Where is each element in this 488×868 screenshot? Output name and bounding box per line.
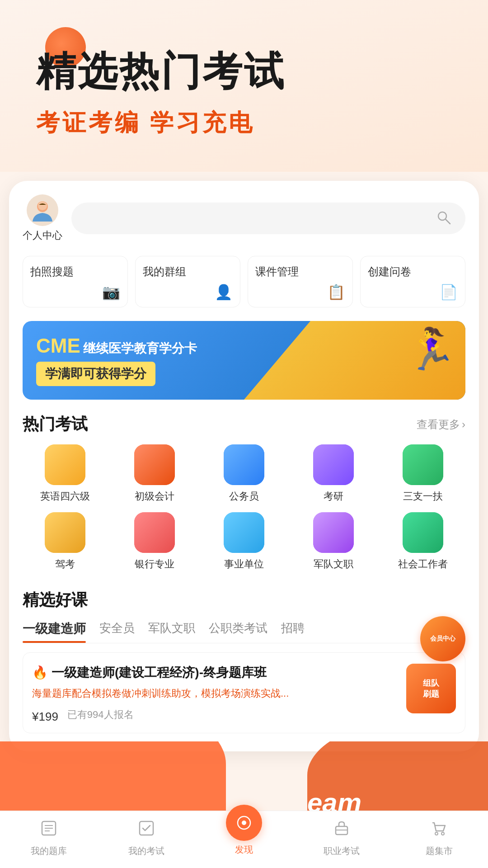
discover-center-button[interactable]	[226, 805, 262, 841]
myexam-icon	[136, 818, 156, 842]
nav-label-career: 职业考试	[324, 845, 360, 857]
exam-icon-institution: 事	[224, 512, 264, 553]
exam-icon-accounting: 会	[134, 444, 175, 485]
quick-action-label-survey: 创建问卷	[368, 264, 411, 279]
hot-exams-more[interactable]: 查看更多 ›	[417, 417, 465, 432]
exam-item-civil[interactable]: 公 公务员	[202, 444, 286, 503]
exam-icon-civil: 公	[224, 444, 264, 485]
exam-label-institution: 事业单位	[224, 557, 264, 571]
quick-action-courseware[interactable]: 课件管理 📋	[248, 256, 353, 307]
exam-item-postgrad[interactable]: 研 考研	[291, 444, 376, 503]
banner-title: 继续医学教育学分卡	[83, 340, 197, 357]
quick-action-label-group: 我的群组	[143, 264, 186, 279]
svg-rect-8	[140, 821, 153, 835]
course-badge: 组队 刷题	[406, 664, 456, 713]
fire-icon: 🔥	[32, 665, 48, 680]
nav-item-career[interactable]: 职业考试	[293, 818, 390, 857]
exam-label-postgrad: 考研	[324, 490, 343, 503]
nav-label-mytiku: 我的题库	[31, 845, 67, 857]
survey-icon: 📄	[440, 283, 458, 301]
svg-line-3	[446, 219, 450, 224]
exam-item-banking[interactable]: 银 银行专业	[112, 512, 197, 571]
promo-banner[interactable]: CME 继续医学教育学分卡 学满即可获得学分 🏃‍♀️	[23, 321, 465, 400]
nav-item-myexam[interactable]: 我的考试	[98, 818, 195, 857]
exam-label-driving: 驾考	[55, 557, 75, 571]
courseware-icon: 📋	[327, 283, 345, 301]
exam-label-social: 社会工作者	[398, 557, 448, 571]
quick-action-photo[interactable]: 拍照搜题 📷	[23, 256, 128, 307]
search-icon[interactable]	[436, 209, 452, 227]
tab-gongzhi[interactable]: 公职类考试	[209, 620, 267, 643]
search-bar[interactable]	[71, 203, 465, 234]
nav-item-market[interactable]: 题集市	[390, 818, 488, 857]
banner-cme-label: CME	[36, 335, 80, 357]
exam-grid: 英 英语四六级 会 初级会计 公 公务员 研 考研 扶 三支一扶 驾	[23, 444, 465, 571]
exam-label-banking: 银行专业	[135, 557, 174, 571]
chevron-right-icon: ›	[462, 418, 465, 431]
exam-label-military: 军队文职	[314, 557, 353, 571]
exam-item-institution[interactable]: 事 事业单位	[202, 512, 286, 571]
nav-item-discover[interactable]: 发现	[195, 818, 293, 857]
course-name: 一级建造师(建设工程经济)-终身题库班	[52, 664, 267, 681]
exam-label-civil: 公务员	[229, 490, 259, 503]
exam-icon-driving: 驾	[45, 512, 85, 553]
tab-jianzaoshi[interactable]: 一级建造师	[23, 620, 86, 643]
courses-title: 精选好课	[23, 589, 465, 611]
group-icon: 👤	[215, 283, 233, 301]
course-tabs: 一级建造师 安全员 军队文职 公职类考试 招聘	[23, 620, 465, 643]
tab-anquanyuan[interactable]: 安全员	[99, 620, 135, 643]
exam-item-english[interactable]: 英 英语四六级	[23, 444, 108, 503]
exam-icon-social: 社	[403, 512, 443, 553]
avatar	[27, 194, 58, 226]
exam-item-military[interactable]: 军 军队文职	[291, 512, 376, 571]
svg-point-14	[441, 832, 444, 835]
hot-exams-title: 热门考试	[23, 413, 88, 435]
app-header: 个人中心	[9, 181, 479, 247]
hero-title: 精选热门考试	[36, 50, 461, 94]
hot-exams-section: 热门考试 查看更多 › 英 英语四六级 会 初级会计 公 公务员 研 考研	[9, 409, 479, 571]
svg-point-10	[242, 821, 246, 825]
exam-item-sanzhiyifu[interactable]: 扶 三支一扶	[380, 444, 465, 503]
quick-actions: 拍照搜题 📷 我的群组 👤 课件管理 📋 创建问卷 📄	[9, 247, 479, 316]
course-price: ¥199	[32, 710, 58, 724]
market-icon	[429, 818, 449, 842]
banner-figure: 🏃‍♀️	[406, 326, 456, 373]
nav-label-discover: 发现	[235, 844, 253, 856]
exam-icon-military: 军	[313, 512, 354, 553]
nav-label-myexam: 我的考试	[128, 845, 164, 857]
exam-label-accounting: 初级会计	[135, 490, 174, 503]
exam-icon-postgrad: 研	[313, 444, 354, 485]
tiku-icon	[39, 818, 59, 842]
course-card-content: 🔥 一级建造师(建设工程经济)-终身题库班 海量题库配合模拟卷做冲刺训练助攻，模…	[32, 664, 397, 724]
course-desc: 海量题库配合模拟卷做冲刺训练助攻，模拟考场演练实战...	[32, 686, 397, 701]
quick-action-label-photo: 拍照搜题	[30, 264, 74, 279]
banner-content: CME 继续医学教育学分卡 学满即可获得学分	[36, 335, 197, 386]
course-card[interactable]: 🔥 一级建造师(建设工程经济)-终身题库班 海量题库配合模拟卷做冲刺训练助攻，模…	[23, 652, 465, 733]
avatar-label: 个人中心	[23, 229, 62, 242]
banner-subtitle: 学满即可获得学分	[36, 362, 155, 386]
exam-item-accounting[interactable]: 会 初级会计	[112, 444, 197, 503]
tab-zhaopin[interactable]: 招聘	[281, 620, 305, 643]
course-students: 已有994人报名	[67, 708, 134, 722]
bottom-nav: 我的题库 我的考试 发现 职业考试	[0, 811, 488, 868]
camera-icon: 📷	[102, 283, 120, 301]
quick-action-survey[interactable]: 创建问卷 📄	[360, 256, 465, 307]
career-icon	[332, 818, 352, 842]
exam-icon-banking: 银	[134, 512, 175, 553]
avatar-wrap[interactable]: 个人中心	[23, 194, 62, 242]
quick-action-group[interactable]: 我的群组 👤	[135, 256, 240, 307]
nav-label-market: 题集市	[426, 845, 453, 857]
vip-center-button[interactable]: 会员中心	[420, 616, 465, 661]
svg-point-13	[435, 832, 438, 835]
svg-point-1	[38, 201, 47, 210]
hero-subtitle: 考证考编 学习充电	[36, 107, 461, 139]
exam-label-english: 英语四六级	[40, 490, 90, 503]
exam-item-driving[interactable]: 驾 驾考	[23, 512, 108, 571]
nav-item-mytiku[interactable]: 我的题库	[0, 818, 98, 857]
courses-section: 精选好课 一级建造师 安全员 军队文职 公职类考试 招聘 会员中心 🔥 一级建造…	[9, 580, 479, 733]
exam-label-sanzhiyifu: 三支一扶	[403, 490, 443, 503]
tab-jundui[interactable]: 军队文职	[148, 620, 195, 643]
app-card: 个人中心 拍照搜题 📷 我的群组 👤 课件管理 📋 创建问卷 📄	[9, 181, 479, 751]
exam-item-social[interactable]: 社 社会工作者	[380, 512, 465, 571]
exam-icon-sanzhiyifu: 扶	[403, 444, 443, 485]
